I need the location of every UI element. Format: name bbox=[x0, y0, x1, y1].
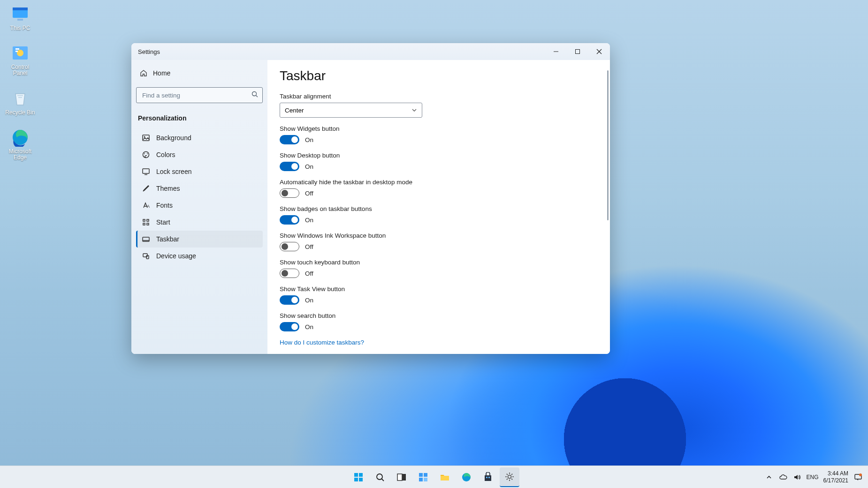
desktop-icon-recycle-bin[interactable]: Recycle Bin bbox=[4, 89, 37, 116]
scrollbar[interactable] bbox=[606, 60, 610, 354]
toggle-label: Automatically hide the taskbar in deskto… bbox=[280, 179, 594, 186]
speaker-icon bbox=[793, 473, 801, 481]
svg-point-48 bbox=[859, 473, 862, 476]
toggle-label: Show Desktop button bbox=[280, 152, 594, 159]
close-icon bbox=[596, 49, 602, 54]
svg-point-18 bbox=[147, 153, 148, 154]
nav-item-label: Device usage bbox=[156, 252, 196, 260]
svg-point-12 bbox=[252, 92, 257, 96]
chevron-up-icon bbox=[766, 474, 772, 480]
svg-rect-30 bbox=[354, 473, 358, 477]
taskview-button[interactable] bbox=[392, 467, 411, 487]
search-icon bbox=[251, 91, 258, 99]
image-icon bbox=[142, 134, 150, 142]
nav-item-background[interactable]: Background bbox=[136, 129, 263, 146]
toggle-switch[interactable] bbox=[280, 162, 299, 171]
language-indicator[interactable]: ENG bbox=[807, 474, 819, 480]
alignment-value: Center bbox=[285, 107, 304, 114]
nav-item-deviceusage[interactable]: Device usage bbox=[136, 248, 263, 264]
svg-rect-41 bbox=[424, 478, 427, 481]
svg-text:A: A bbox=[147, 204, 150, 209]
toggle-switch[interactable] bbox=[280, 215, 299, 225]
nav-item-label: Lock screen bbox=[156, 168, 191, 175]
edge-button[interactable] bbox=[457, 467, 476, 487]
palette-icon bbox=[142, 151, 150, 158]
svg-point-4 bbox=[17, 50, 23, 56]
desktop-icon-label: Control Panel bbox=[4, 64, 37, 76]
svg-point-46 bbox=[508, 475, 511, 478]
windows-logo-icon bbox=[353, 472, 364, 482]
toggle-switch[interactable] bbox=[280, 242, 299, 251]
toggle-state-text: Off bbox=[305, 190, 313, 197]
nav-item-colors[interactable]: Colors bbox=[136, 146, 263, 163]
search-input[interactable] bbox=[136, 87, 263, 103]
folder-icon bbox=[440, 472, 450, 482]
toggle-switch[interactable] bbox=[280, 295, 299, 305]
notifications-button[interactable] bbox=[853, 472, 863, 482]
nav-item-fonts[interactable]: AFonts bbox=[136, 197, 263, 214]
desktop-icon-label: Recycle Bin bbox=[5, 110, 35, 116]
start-button[interactable] bbox=[349, 467, 368, 487]
toggle-state-text: On bbox=[305, 297, 313, 304]
nav-home[interactable]: Home bbox=[136, 66, 263, 81]
nav-item-lockscreen[interactable]: Lock screen bbox=[136, 163, 263, 180]
toggle-switch[interactable] bbox=[280, 135, 299, 144]
window-controls bbox=[545, 43, 610, 60]
toggle-state-text: On bbox=[305, 163, 313, 170]
volume-tray[interactable] bbox=[792, 473, 802, 482]
sidebar: Home Personalization BackgroundColorsLoc… bbox=[131, 60, 267, 354]
toggle-switch[interactable] bbox=[280, 269, 299, 278]
toggle-switch[interactable] bbox=[280, 322, 299, 331]
clock[interactable]: 3:44 AM 6/17/2021 bbox=[823, 470, 848, 484]
nav-item-label: Fonts bbox=[156, 202, 173, 209]
help-link[interactable]: How do I customize taskbars? bbox=[280, 339, 594, 346]
settings-taskbar-button[interactable] bbox=[500, 467, 519, 487]
widgets-button[interactable] bbox=[413, 467, 433, 487]
clock-date: 6/17/2021 bbox=[823, 477, 848, 484]
cloud-icon bbox=[779, 474, 787, 480]
minimize-button[interactable] bbox=[545, 43, 567, 60]
titlebar[interactable]: Settings bbox=[131, 43, 610, 60]
edge-icon bbox=[11, 128, 30, 147]
svg-rect-1 bbox=[13, 8, 28, 10]
desktop-icon-this-pc[interactable]: This PC bbox=[4, 5, 37, 31]
nav-item-taskbar[interactable]: Taskbar bbox=[136, 231, 263, 248]
svg-rect-6 bbox=[15, 51, 18, 52]
store-icon bbox=[483, 472, 493, 482]
toggle-label: Show Windows Ink Workspace button bbox=[280, 232, 594, 239]
desktop-icon-control-panel[interactable]: Control Panel bbox=[4, 44, 37, 76]
desktop-icon-microsoft-edge[interactable]: Microsoft Edge bbox=[4, 128, 37, 161]
widgets-icon bbox=[418, 472, 428, 482]
close-button[interactable] bbox=[588, 43, 610, 60]
nav-item-label: Start bbox=[156, 218, 170, 226]
nav-item-label: Themes bbox=[156, 185, 180, 192]
alignment-dropdown[interactable]: Center bbox=[280, 103, 422, 118]
search-field[interactable] bbox=[136, 87, 263, 103]
svg-rect-45 bbox=[488, 477, 490, 478]
svg-rect-33 bbox=[359, 478, 363, 481]
search-button[interactable] bbox=[370, 467, 390, 487]
scrollbar-thumb[interactable] bbox=[607, 70, 609, 220]
explorer-button[interactable] bbox=[435, 467, 455, 487]
content-area: Taskbar Taskbar alignment Center Show Wi… bbox=[267, 60, 610, 354]
minimize-icon bbox=[553, 49, 559, 54]
svg-point-16 bbox=[143, 152, 149, 158]
nav-item-themes[interactable]: Themes bbox=[136, 180, 263, 197]
maximize-button[interactable] bbox=[567, 43, 588, 60]
toggle-state-text: Off bbox=[305, 270, 313, 277]
taskbar-icon bbox=[142, 235, 150, 243]
tray-overflow[interactable] bbox=[764, 473, 774, 482]
desktop-icons: This PC Control Panel Recycle Bin Micros… bbox=[4, 5, 37, 161]
edge-icon bbox=[461, 472, 472, 482]
toggle-state-text: On bbox=[305, 323, 313, 330]
toggle-state-text: On bbox=[305, 217, 313, 224]
desktop: This PC Control Panel Recycle Bin Micros… bbox=[0, 0, 868, 488]
nav-item-label: Background bbox=[156, 134, 191, 142]
store-button[interactable] bbox=[478, 467, 498, 487]
onedrive-tray[interactable] bbox=[778, 473, 788, 482]
toggle-switch[interactable] bbox=[280, 188, 299, 198]
svg-rect-39 bbox=[424, 473, 427, 477]
nav-item-start[interactable]: Start bbox=[136, 214, 263, 231]
svg-point-34 bbox=[377, 474, 382, 480]
svg-rect-36 bbox=[397, 474, 402, 480]
